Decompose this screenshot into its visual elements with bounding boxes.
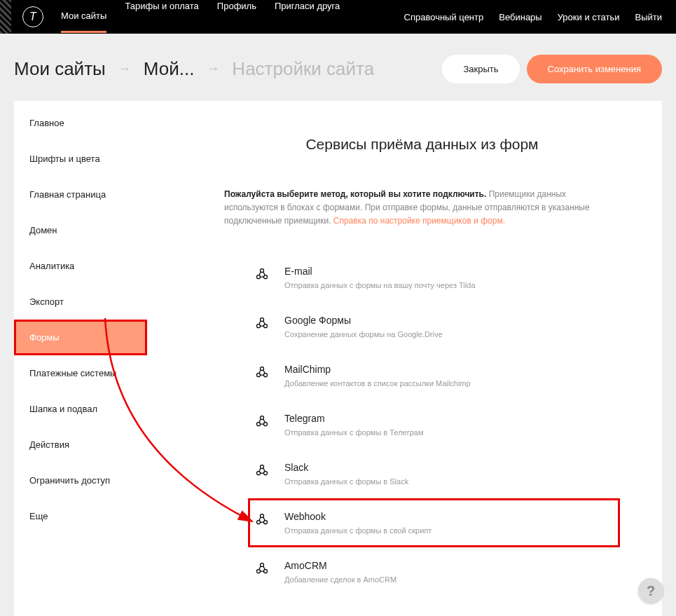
service-sub: Отправка данных с формы на вашу почту че… (284, 281, 613, 289)
service-item[interactable]: MailChimpДобавление контактов в список р… (248, 351, 620, 400)
svg-point-20 (264, 422, 268, 425)
logo-icon[interactable]: T (22, 6, 43, 27)
share-nodes-icon (255, 414, 269, 428)
header-row: Мои сайты → Мой... → Настройки сайта Зак… (0, 34, 676, 101)
share-nodes-icon (255, 267, 269, 281)
sidebar-item[interactable]: Платежные системы (14, 355, 147, 391)
svg-line-28 (263, 467, 265, 471)
share-nodes-icon (255, 316, 269, 330)
breadcrumb-link-site[interactable]: Мой... (144, 58, 195, 80)
close-button[interactable]: Закрыть (442, 55, 519, 83)
share-nodes-icon (255, 561, 269, 575)
breadcrumb-link-sites[interactable]: Мои сайты (14, 58, 106, 80)
sidebar-item[interactable]: Шапка и подвал (14, 391, 147, 427)
sidebar-item[interactable]: Шрифты и цвета (14, 141, 147, 177)
breadcrumb: Мои сайты → Мой... → Настройки сайта (14, 58, 374, 80)
share-nodes-icon (255, 512, 269, 526)
topbar-nav-item[interactable]: Пригласи друга (275, 1, 340, 33)
sidebar-item[interactable]: Главная страница (14, 177, 147, 212)
svg-point-32 (264, 520, 268, 523)
service-list: E-mailОтправка данных с формы на вашу по… (224, 253, 620, 596)
svg-line-34 (263, 516, 265, 520)
arrow-icon: → (207, 62, 219, 76)
svg-point-38 (264, 569, 268, 573)
sidebar-item[interactable]: Экспорт (14, 284, 147, 320)
content-description: Пожалуйста выберите метод, который вы хо… (224, 188, 620, 228)
share-nodes-icon (255, 463, 269, 477)
service-item[interactable]: WebhookОтправка данных с формы в свой ск… (248, 498, 620, 547)
header-buttons: Закрыть Сохранить изменения (442, 55, 662, 83)
svg-point-1 (257, 275, 261, 278)
sidebar-item[interactable]: Ограничить доступ (14, 463, 147, 498)
service-text: MailChimpДобавление контактов в список р… (284, 364, 613, 388)
topbar-right-nav: Справочный центрВебинарыУроки и статьиВы… (404, 12, 662, 22)
service-item[interactable]: Google ФормыСохранение данных формы на G… (248, 302, 620, 351)
service-sub: Сохранение данных формы на Google.Drive (284, 330, 613, 338)
svg-line-22 (263, 418, 265, 422)
topbar-right-item[interactable]: Выйти (635, 12, 663, 22)
service-text: TelegramОтправка данных с формы в Телегр… (284, 413, 613, 437)
content: Сервисы приёма данных из форм Пожалуйста… (147, 101, 662, 616)
help-link[interactable]: Справка по настройке приемщиков и форм. (333, 216, 505, 226)
sidebar-item[interactable]: Действия (14, 427, 147, 463)
topbar: T Мои сайтыТарифы и оплатаПрофильПриглас… (0, 0, 676, 34)
service-name: Slack (284, 462, 613, 473)
sidebar-item[interactable]: Формы (14, 320, 147, 355)
service-text: WebhookОтправка данных с формы в свой ск… (284, 511, 613, 535)
service-name: Google Формы (284, 315, 613, 326)
sidebar-item[interactable]: Главное (14, 105, 147, 141)
svg-point-37 (257, 569, 261, 573)
svg-line-16 (263, 369, 265, 373)
sidebar: ГлавноеШрифты и цветаГлавная страницаДом… (14, 101, 147, 616)
topbar-nav: Мои сайтыТарифы и оплатаПрофильПригласи … (61, 1, 340, 33)
topbar-nav-item[interactable]: Тарифы и оплата (125, 1, 198, 33)
service-text: SlackОтправка данных с формы в Slack (284, 462, 613, 486)
service-text: E-mailОтправка данных с формы на вашу по… (284, 266, 613, 289)
service-name: MailChimp (284, 364, 613, 375)
save-button[interactable]: Сохранить изменения (527, 55, 663, 83)
service-name: Webhook (284, 511, 613, 522)
arrow-icon: → (118, 62, 131, 76)
service-item[interactable]: TelegramОтправка данных с формы в Телегр… (248, 400, 620, 449)
service-sub: Отправка данных с формы в Телеграм (284, 428, 613, 437)
service-sub: Добавление сделок в AmoCRM (284, 575, 613, 584)
service-name: AmoCRM (284, 560, 613, 571)
service-text: AmoCRMДобавление сделок в AmoCRM (284, 560, 613, 584)
svg-point-13 (257, 373, 261, 376)
topbar-right-item[interactable]: Уроки и статьи (558, 12, 620, 22)
service-text: Google ФормыСохранение данных формы на G… (284, 315, 613, 338)
main-panel: ГлавноеШрифты и цветаГлавная страницаДом… (14, 101, 662, 616)
service-name: E-mail (284, 266, 613, 277)
svg-line-9 (259, 320, 261, 324)
topbar-right-item[interactable]: Справочный центр (404, 12, 484, 22)
help-button[interactable]: ? (638, 578, 663, 603)
svg-point-7 (257, 324, 261, 327)
service-item[interactable]: E-mailОтправка данных с формы на вашу по… (248, 253, 620, 302)
service-item[interactable]: AmoCRMДобавление сделок в AmoCRM (248, 547, 620, 596)
service-sub: Добавление контактов в список рассылки M… (284, 379, 613, 388)
svg-point-8 (264, 324, 268, 327)
svg-point-19 (257, 422, 261, 425)
sidebar-item[interactable]: Аналитика (14, 248, 147, 284)
svg-line-3 (259, 271, 261, 275)
desc-bold: Пожалуйста выберите метод, который вы хо… (224, 189, 486, 199)
sidebar-item[interactable]: Еще (14, 498, 147, 534)
service-name: Telegram (284, 413, 613, 424)
sidebar-item[interactable]: Домен (14, 212, 147, 248)
topbar-nav-item[interactable]: Мои сайты (61, 1, 106, 33)
svg-point-2 (264, 275, 268, 278)
topbar-pattern (0, 0, 11, 34)
service-sub: Отправка данных с формы в свой скрипт (284, 526, 613, 535)
svg-point-26 (264, 471, 268, 474)
share-nodes-icon (255, 365, 269, 379)
svg-point-31 (257, 520, 261, 523)
service-item[interactable]: SlackОтправка данных с формы в Slack (248, 449, 620, 498)
svg-line-40 (263, 566, 265, 569)
svg-point-25 (257, 471, 261, 474)
svg-point-14 (264, 373, 268, 376)
topbar-right-item[interactable]: Вебинары (499, 12, 542, 22)
svg-line-33 (259, 516, 261, 520)
topbar-nav-item[interactable]: Профиль (217, 1, 256, 33)
service-sub: Отправка данных с формы в Slack (284, 477, 613, 486)
svg-line-15 (259, 369, 261, 373)
